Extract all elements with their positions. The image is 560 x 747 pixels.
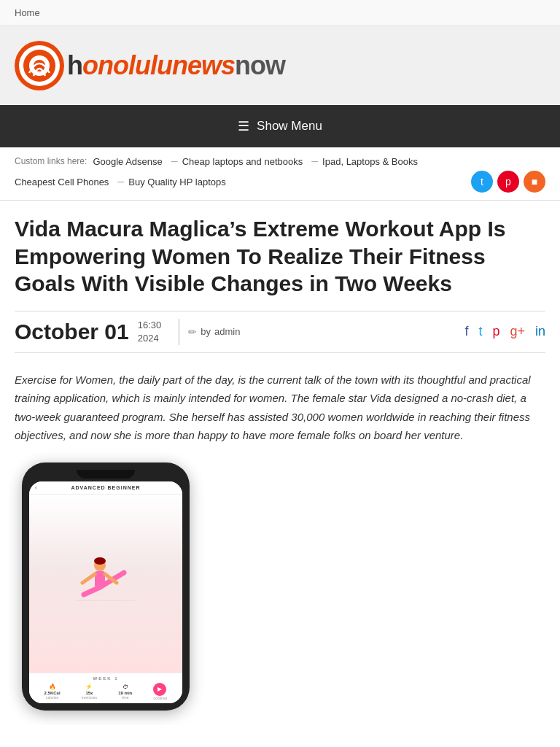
hamburger-icon: ☰: [238, 118, 249, 134]
share-pinterest[interactable]: p: [492, 324, 499, 339]
svg-point-6: [94, 557, 106, 565]
menu-toggle-button[interactable]: ☰ Show Menu: [0, 105, 560, 147]
phone-week-label: WEEK 1: [34, 676, 178, 681]
article-author: ✏ by admin: [188, 326, 240, 338]
stat-exercises: ⚡ 15x exercises: [82, 684, 97, 700]
article-meta-bar: October 01 16:30 2024 ✏ by admin f t p g…: [15, 311, 545, 353]
phone-notch: [77, 470, 135, 479]
phone-back-button: ‹: [35, 484, 37, 491]
phone-mockup: ‹ ADVANCED BEGINNER: [22, 462, 190, 711]
share-facebook[interactable]: f: [464, 324, 468, 339]
custom-link-5[interactable]: Buy Quality HP laptops: [128, 177, 225, 187]
pinterest-icon[interactable]: p: [497, 171, 519, 193]
custom-links-label: Custom links here:: [15, 156, 87, 166]
logo[interactable]: honolulunewsnow: [15, 41, 285, 90]
phone-workout-area: [29, 495, 182, 673]
navbar: ☰ Show Menu: [0, 105, 560, 147]
article-title: Vida Macura Maglica’s Extreme Workout Ap…: [15, 215, 545, 298]
article-area: Vida Macura Maglica’s Extreme Workout Ap…: [0, 201, 560, 725]
phone-screen-title: ADVANCED BEGINNER: [71, 485, 140, 490]
phone-bottom-bar: WEEK 1 🔥 2.5KCal calories ⚡ 15x exercise…: [29, 673, 182, 703]
article-body: Exercise for Women, the daily part of th…: [15, 371, 545, 445]
custom-links-bar: Custom links here: Google Adsense – Chea…: [0, 147, 560, 201]
logo-text: honolulunewsnow: [67, 50, 285, 81]
phone-mockup-container: ‹ ADVANCED BEGINNER: [15, 462, 545, 711]
custom-link-3[interactable]: Ipad, Laptops & Books: [322, 156, 418, 167]
breadcrumb-home-link[interactable]: Home: [15, 7, 40, 18]
stat-calories: 🔥 2.5KCal calories: [44, 684, 61, 700]
svg-line-9: [84, 587, 100, 595]
stat-time: ⏱ 19 min time: [118, 684, 132, 700]
phone-stats: 🔥 2.5KCal calories ⚡ 15x exercises ⏱ 19 …: [34, 683, 178, 700]
play-icon: ▶: [153, 683, 166, 696]
menu-toggle-label: Show Menu: [257, 119, 322, 133]
exercise-figure: [77, 551, 135, 616]
logo-icon: [15, 41, 64, 90]
continue-button[interactable]: ▶ continue: [153, 683, 167, 700]
article-date: October 01: [15, 320, 138, 344]
custom-link-2[interactable]: Cheap laptops and netbooks: [182, 156, 303, 167]
social-icons: t p ■: [471, 171, 545, 193]
custom-link-1[interactable]: Google Adsense: [93, 156, 162, 167]
breadcrumb: Home: [0, 0, 560, 26]
phone-header-bar: ‹ ADVANCED BEGINNER: [29, 481, 182, 495]
share-twitter[interactable]: t: [478, 324, 482, 339]
article-time: 16:30 2024: [138, 319, 162, 345]
share-icons: f t p g+ in: [464, 324, 545, 339]
rss-icon[interactable]: ■: [524, 171, 545, 193]
author-icon: ✏: [188, 326, 197, 338]
custom-link-4[interactable]: Cheapest Cell Phones: [15, 177, 109, 187]
share-gplus[interactable]: g+: [510, 324, 525, 339]
svg-line-10: [82, 574, 95, 583]
twitter-icon[interactable]: t: [471, 171, 493, 193]
share-linkedin[interactable]: in: [535, 324, 545, 339]
meta-divider: [179, 319, 179, 345]
site-header: honolulunewsnow: [0, 26, 560, 105]
phone-screen: ‹ ADVANCED BEGINNER: [29, 481, 182, 703]
